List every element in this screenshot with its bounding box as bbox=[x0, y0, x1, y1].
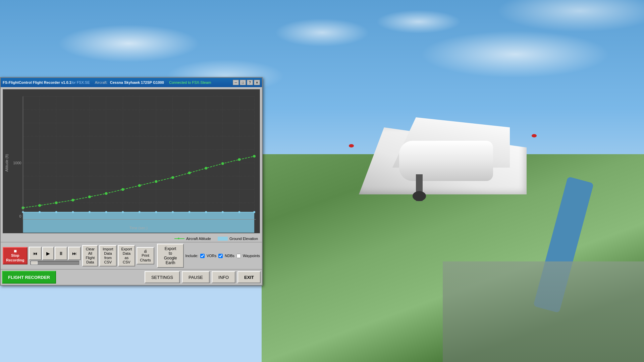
svg-point-48 bbox=[121, 188, 124, 191]
import-data-button[interactable]: Import Data from CSV bbox=[99, 245, 116, 267]
svg-point-41 bbox=[253, 211, 255, 213]
as-csv-label: as CSV bbox=[121, 256, 132, 264]
svg-point-47 bbox=[105, 192, 108, 195]
airplane bbox=[342, 101, 543, 235]
svg-point-45 bbox=[71, 199, 74, 201]
svg-point-55 bbox=[238, 158, 241, 161]
export-csv-button[interactable]: Export Data as CSV bbox=[118, 245, 136, 267]
exit-button[interactable]: EXIT bbox=[237, 271, 261, 283]
svg-point-38 bbox=[205, 211, 207, 213]
flight-recorder-button[interactable]: FLIGHT RECORDER bbox=[2, 271, 56, 284]
svg-point-49 bbox=[138, 184, 141, 187]
print-icon: 🖨 bbox=[144, 249, 147, 253]
legend-ground: Ground Elevation bbox=[218, 237, 258, 241]
ndbs-label: NDBs bbox=[225, 254, 234, 258]
svg-point-50 bbox=[155, 180, 157, 183]
svg-text:1000: 1000 bbox=[13, 161, 21, 165]
info-button[interactable]: INFO bbox=[212, 271, 235, 283]
svg-point-37 bbox=[189, 211, 191, 213]
playback-scrollbar[interactable] bbox=[31, 261, 79, 265]
export-google-label: Export to Google Earth bbox=[163, 246, 178, 265]
scroll-thumb bbox=[31, 261, 38, 264]
svg-point-44 bbox=[55, 201, 58, 204]
skip-forward-button[interactable]: ⏭ bbox=[68, 247, 81, 260]
title-bar: FS-FlightControl Flight Recorder v1.0.1f… bbox=[1, 78, 262, 87]
svg-point-46 bbox=[88, 195, 91, 198]
pause-button[interactable]: ⏸ bbox=[55, 247, 67, 260]
svg-point-54 bbox=[221, 162, 224, 165]
legend-aircraft: Aircraft Altitude bbox=[174, 237, 211, 241]
legend-aircraft-label: Aircraft Altitude bbox=[186, 237, 211, 241]
legend-aircraft-line bbox=[174, 238, 184, 239]
svg-point-31 bbox=[89, 211, 91, 213]
chart-legend: Aircraft Altitude Ground Elevation bbox=[1, 235, 262, 242]
svg-text:Altitude (ft): Altitude (ft) bbox=[5, 154, 9, 172]
stop-rec-icon: ⏹ bbox=[13, 249, 17, 253]
export-label: Export Data bbox=[121, 247, 132, 256]
ndbs-checkbox[interactable] bbox=[218, 254, 223, 258]
waypoints-label: Waypoints bbox=[243, 254, 260, 258]
app-title-suffix: for FSX:SE bbox=[71, 80, 90, 84]
svg-point-53 bbox=[205, 167, 207, 170]
vors-checkbox[interactable] bbox=[200, 254, 205, 258]
svg-point-36 bbox=[172, 211, 174, 213]
from-csv-label: from CSV bbox=[103, 256, 113, 264]
controls-bar: ⏹ Stop Recording ⏮ ▶ ⏸ ⏭ Clear All Fligh… bbox=[1, 242, 262, 269]
flight-data-label: Flight Data bbox=[86, 256, 95, 264]
nav-light-right bbox=[532, 134, 537, 137]
close-button[interactable]: ✕ bbox=[254, 80, 260, 85]
aircraft-label: Aircraft: bbox=[95, 80, 108, 84]
svg-point-39 bbox=[222, 211, 224, 213]
svg-rect-0 bbox=[3, 90, 260, 233]
legend-ground-label: Ground Elevation bbox=[229, 237, 258, 241]
help-button[interactable]: ? bbox=[247, 80, 253, 85]
print-charts-button[interactable]: 🖨 Print Charts bbox=[137, 247, 154, 264]
pause-button-main[interactable]: PAUSE bbox=[182, 271, 210, 283]
app-title-main: FS-FlightControl Flight Recorder v1.0.1 bbox=[3, 80, 71, 84]
exit-label: EXIT bbox=[244, 275, 254, 280]
include-label: Include: bbox=[185, 254, 198, 258]
playback-group: ⏮ ▶ ⏸ ⏭ bbox=[29, 247, 81, 265]
settings-label: SETTINGS bbox=[151, 275, 173, 280]
skip-back-button[interactable]: ⏮ bbox=[29, 247, 42, 260]
pause-label: PAUSE bbox=[189, 275, 203, 280]
maximize-button[interactable]: □ bbox=[240, 80, 246, 85]
waypoints-checkbox[interactable] bbox=[236, 254, 241, 258]
play-button[interactable]: ▶ bbox=[42, 247, 54, 260]
legend-ground-box bbox=[218, 237, 228, 241]
vors-label: VORs bbox=[207, 254, 216, 258]
wheel bbox=[413, 191, 426, 201]
title-bar-buttons: ─ □ ? ✕ bbox=[233, 80, 260, 85]
import-label: Import Data bbox=[103, 247, 113, 256]
clear-all-button[interactable]: Clear All Flight Data bbox=[82, 245, 98, 267]
print-charts-label: Print Charts bbox=[140, 253, 151, 262]
recorder-window: FS-FlightControl Flight Recorder v1.0.1f… bbox=[0, 77, 263, 286]
svg-point-52 bbox=[188, 172, 191, 174]
nav-light-left bbox=[349, 144, 354, 147]
svg-point-43 bbox=[38, 204, 41, 207]
svg-point-33 bbox=[122, 211, 124, 213]
title-bar-left: FS-FlightControl Flight Recorder v1.0.1f… bbox=[3, 80, 211, 84]
svg-point-40 bbox=[238, 211, 240, 213]
stop-recording-button[interactable]: ⏹ Stop Recording bbox=[3, 247, 28, 264]
action-buttons-bar: FLIGHT RECORDER SETTINGS PAUSE INFO EXIT bbox=[1, 269, 262, 285]
svg-point-51 bbox=[171, 176, 174, 179]
app-title: FS-FlightControl Flight Recorder v1.0.1f… bbox=[3, 80, 90, 84]
svg-point-29 bbox=[55, 211, 57, 213]
svg-point-56 bbox=[253, 155, 256, 158]
aircraft-info: Aircraft: Cessna Skyhawk 172SP G1000 bbox=[95, 80, 164, 84]
svg-point-28 bbox=[39, 211, 41, 213]
chart-container: Altitude (ft) 1000 0 Time (sec.) bbox=[3, 89, 260, 233]
minimize-button[interactable]: ─ bbox=[233, 80, 239, 85]
svg-text:Time (sec.): Time (sec.) bbox=[129, 226, 148, 230]
export-google-button[interactable]: Export to Google Earth bbox=[157, 244, 184, 268]
settings-button[interactable]: SETTINGS bbox=[145, 271, 180, 283]
svg-point-34 bbox=[139, 211, 141, 213]
playback-controls: ⏮ ▶ ⏸ ⏭ bbox=[29, 247, 81, 260]
info-label: INFO bbox=[218, 275, 229, 280]
clear-all-label: Clear All bbox=[86, 247, 95, 256]
svg-point-32 bbox=[105, 211, 107, 213]
urban-area bbox=[443, 261, 644, 362]
chart-svg: Altitude (ft) 1000 0 Time (sec.) bbox=[3, 89, 260, 233]
landing-gear bbox=[416, 174, 423, 201]
